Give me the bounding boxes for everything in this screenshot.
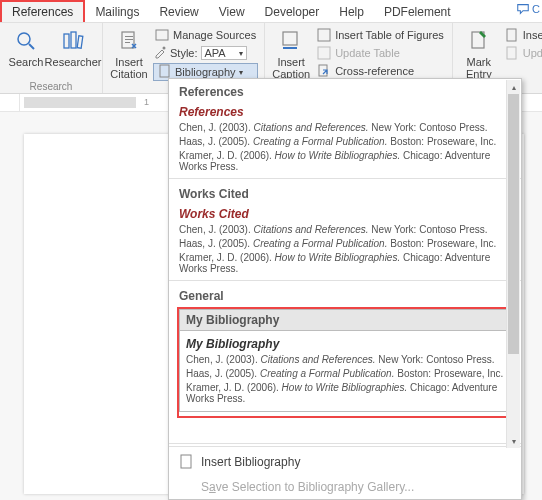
- bibliography-entry: Kramer, J. D. (2006). How to Write Bibli…: [179, 150, 511, 172]
- tof-icon: [317, 28, 331, 42]
- style-combo[interactable]: APA ▾: [201, 46, 247, 60]
- svg-line-1: [29, 44, 34, 49]
- insert-caption-label: Insert Caption: [272, 56, 310, 80]
- insert-tof-label: Insert Table of Figures: [335, 29, 444, 41]
- gallery-section-works-cited: Works Cited: [169, 181, 521, 205]
- tab-review[interactable]: Review: [149, 2, 208, 22]
- bibliography-gallery-dropdown: References References Chen, J. (2003). C…: [168, 78, 522, 500]
- update-index-label: Update In: [523, 47, 542, 59]
- update-table-button: Update Table: [315, 45, 446, 61]
- gallery-item-title: Works Cited: [179, 207, 511, 221]
- update-table-label: Update Table: [335, 47, 400, 59]
- svg-rect-10: [318, 29, 330, 41]
- comments-label: C: [532, 3, 540, 15]
- ruler-corner: [0, 94, 20, 111]
- svg-rect-2: [64, 34, 69, 48]
- gallery-item-references[interactable]: References Chen, J. (2003). Citations an…: [179, 105, 511, 172]
- insert-bibliography-label: Insert Bibliography: [201, 455, 300, 469]
- chevron-down-icon: ▾: [239, 49, 243, 58]
- bibliography-entry: Kramer, J. D. (2006). How to Write Bibli…: [186, 382, 504, 404]
- group-label-research: Research: [30, 80, 73, 93]
- style-selector[interactable]: Style: APA ▾: [153, 45, 258, 61]
- bibliography-entry: Chen, J. (2003). Citations and Reference…: [179, 224, 511, 235]
- insert-bibliography-menuitem[interactable]: Insert Bibliography: [169, 449, 521, 475]
- gallery-section-references: References: [169, 79, 521, 103]
- search-button[interactable]: Search: [4, 25, 48, 68]
- cross-ref-icon: [317, 64, 331, 78]
- my-bibliography-title: My Bibliography: [186, 337, 504, 351]
- bibliography-entry: Kramer, J. D. (2006). How to Write Bibli…: [179, 252, 511, 274]
- scrollbar-track[interactable]: [507, 94, 520, 434]
- tab-mailings[interactable]: Mailings: [85, 2, 149, 22]
- save-to-gallery-label: Save Selection to Bibliography Gallery..…: [201, 480, 414, 494]
- svg-rect-11: [318, 47, 330, 59]
- tab-pdfelement[interactable]: PDFelement: [374, 2, 461, 22]
- svg-rect-16: [181, 455, 191, 468]
- chevron-down-icon: ▾: [239, 68, 243, 77]
- gallery-item-title: References: [179, 105, 511, 119]
- gallery-item-my-bibliography[interactable]: My Bibliography My Bibliography Chen, J.…: [177, 307, 513, 418]
- tab-references[interactable]: References: [0, 0, 85, 22]
- insert-index-button[interactable]: Insert Ind: [503, 27, 542, 43]
- bibliography-entry: Chen, J. (2003). Citations and Reference…: [186, 354, 504, 365]
- scroll-down-button[interactable]: ▾: [507, 434, 520, 448]
- mark-entry-icon: [468, 27, 490, 55]
- bib-entries: Chen, J. (2003). Citations and Reference…: [179, 224, 511, 274]
- cross-reference-label: Cross-reference: [335, 65, 414, 77]
- manage-sources-icon: [155, 28, 169, 42]
- svg-rect-3: [71, 32, 76, 48]
- bibliography-entry: Haas, J. (2005). Creating a Formal Publi…: [179, 136, 511, 147]
- svg-rect-15: [507, 47, 516, 59]
- gallery-item-works-cited[interactable]: Works Cited Chen, J. (2003). Citations a…: [179, 207, 511, 274]
- svg-rect-9: [283, 32, 297, 45]
- cross-reference-button[interactable]: Cross-reference: [315, 63, 446, 79]
- update-index-icon: [505, 46, 519, 60]
- style-icon: [153, 45, 167, 61]
- svg-rect-8: [160, 65, 169, 77]
- mark-entry-button[interactable]: Mark Entry: [457, 25, 501, 80]
- insert-citation-label: Insert Citation: [110, 56, 147, 80]
- ruler-number: 1: [144, 97, 149, 107]
- update-table-icon: [317, 46, 331, 60]
- group-research: Search Researcher Research: [0, 23, 103, 93]
- bib-entries: Chen, J. (2003). Citations and Reference…: [179, 122, 511, 172]
- scroll-up-button[interactable]: ▴: [507, 80, 520, 94]
- svg-rect-6: [156, 30, 168, 40]
- insert-index-label: Insert Ind: [523, 29, 542, 41]
- researcher-button[interactable]: Researcher: [48, 25, 98, 68]
- svg-rect-14: [507, 29, 516, 41]
- tab-view[interactable]: View: [209, 2, 255, 22]
- manage-sources-button[interactable]: Manage Sources: [153, 27, 258, 43]
- mark-entry-label: Mark Entry: [466, 56, 492, 80]
- bibliography-entry: Chen, J. (2003). Citations and Reference…: [179, 122, 511, 133]
- tab-developer[interactable]: Developer: [255, 2, 330, 22]
- insert-tof-button[interactable]: Insert Table of Figures: [315, 27, 446, 43]
- insert-citation-button[interactable]: Insert Citation: [107, 25, 151, 80]
- tab-help[interactable]: Help: [329, 2, 374, 22]
- my-bibliography-header: My Bibliography: [179, 309, 511, 331]
- search-icon: [15, 27, 37, 55]
- researcher-label: Researcher: [45, 56, 102, 68]
- svg-point-7: [163, 47, 166, 50]
- svg-rect-4: [77, 36, 83, 48]
- ribbon-tabstrip: References Mailings Review View Develope…: [0, 0, 542, 22]
- insert-index-icon: [505, 28, 519, 42]
- caption-icon: [280, 27, 302, 55]
- manage-sources-label: Manage Sources: [173, 29, 256, 41]
- bibliography-entry: Haas, J. (2005). Creating a Formal Publi…: [186, 368, 504, 379]
- scrollbar-thumb[interactable]: [508, 94, 519, 354]
- style-value: APA: [205, 47, 226, 59]
- save-to-gallery-menuitem: Save Selection to Bibliography Gallery..…: [169, 475, 521, 499]
- comment-icon: [516, 2, 530, 16]
- citation-icon: [118, 27, 140, 55]
- insert-caption-button[interactable]: Insert Caption: [269, 25, 313, 80]
- gallery-section-general: General: [169, 283, 521, 307]
- bibliography-label: Bibliography: [175, 66, 236, 78]
- update-index-button: Update In: [503, 45, 542, 61]
- comments-indicator[interactable]: C: [516, 2, 540, 16]
- gallery-scrollbar[interactable]: ▴ ▾: [506, 80, 520, 448]
- bibliography-entry: Haas, J. (2005). Creating a Formal Publi…: [179, 238, 511, 249]
- svg-point-0: [18, 33, 30, 45]
- style-label: Style:: [170, 47, 198, 59]
- search-label: Search: [9, 56, 44, 68]
